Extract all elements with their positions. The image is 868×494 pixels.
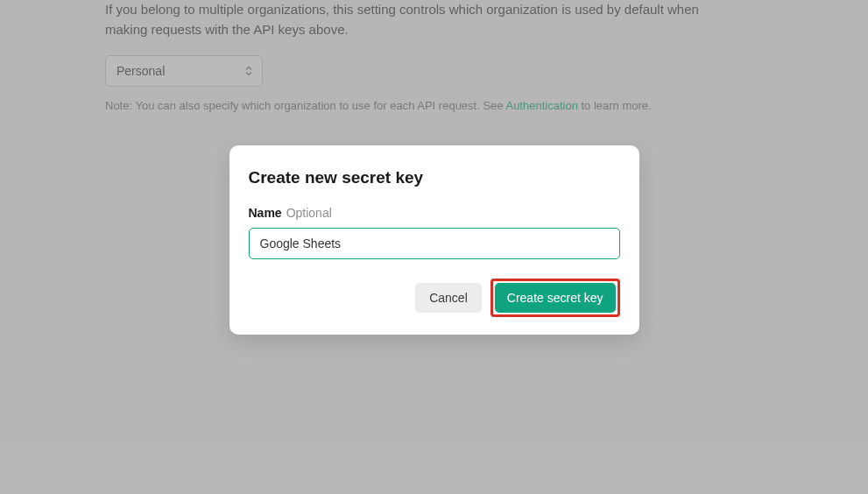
name-input[interactable] bbox=[249, 228, 620, 259]
create-button-highlight: Create secret key bbox=[490, 279, 620, 317]
create-secret-key-modal: Create new secret key NameOptional Cance… bbox=[229, 145, 639, 335]
create-secret-key-button[interactable]: Create secret key bbox=[495, 283, 616, 313]
name-label: Name bbox=[249, 206, 282, 220]
name-label-row: NameOptional bbox=[249, 205, 620, 221]
cancel-button[interactable]: Cancel bbox=[415, 283, 482, 313]
modal-title: Create new secret key bbox=[249, 168, 620, 187]
modal-actions: Cancel Create secret key bbox=[249, 279, 620, 317]
name-optional: Optional bbox=[286, 206, 332, 220]
modal-overlay: Create new secret key NameOptional Cance… bbox=[0, 0, 868, 494]
